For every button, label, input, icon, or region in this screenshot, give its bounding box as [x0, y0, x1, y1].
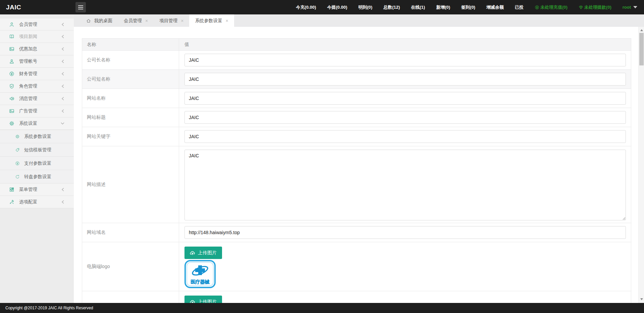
tab-close-icon[interactable]: ×: [225, 18, 228, 23]
sidebar-item-项目新闻[interactable]: 项目新闻: [0, 31, 74, 43]
upload-image-button[interactable]: 上传图片: [184, 247, 222, 259]
vertical-scrollbar[interactable]: [638, 27, 644, 303]
sidebar-item-优惠加息[interactable]: 优惠加息: [0, 43, 74, 55]
sidebar-item-label: 角色管理: [19, 83, 37, 89]
setting-value-cell: [179, 51, 631, 69]
sidebar-item-角色管理[interactable]: 角色管理: [0, 80, 74, 93]
setting-name: 网站名称: [82, 89, 179, 108]
gem-icon: [579, 5, 583, 10]
scroll-up-button[interactable]: [639, 28, 644, 33]
sidebar-item-消息管理[interactable]: 消息管理: [0, 93, 74, 105]
sidebar-subitem-短信模板管理[interactable]: 短信模板管理: [0, 143, 74, 157]
chevron-left-icon: [61, 60, 64, 63]
sidebar-nav: 会员管理项目新闻优惠加息管理帐号财务管理角色管理消息管理广告管理系统设置系统参数…: [0, 14, 74, 208]
setting-input-网站标题[interactable]: [184, 111, 626, 124]
sidebar: 会员管理项目新闻优惠加息管理帐号财务管理角色管理消息管理广告管理系统设置系统参数…: [0, 14, 74, 303]
tab-项目管理[interactable]: 项目管理×: [154, 14, 189, 27]
setting-value-cell: [179, 70, 631, 89]
tab-会员管理[interactable]: 会员管理×: [118, 14, 154, 27]
setting-input-网站域名[interactable]: [184, 226, 626, 239]
sidebar-item-label: 会员管理: [19, 21, 37, 28]
upload-image-button[interactable]: 上传图片: [184, 296, 222, 303]
setting-value-cell: 上传图片 医疗器械: [179, 242, 631, 291]
setting-input-网站名称[interactable]: [184, 92, 626, 105]
setting-name: 网站域名: [82, 223, 179, 242]
upload-button-label: 上传图片: [198, 250, 217, 256]
setting-input-公司长名称[interactable]: [184, 54, 626, 66]
topbar-stat[interactable]: 签到(0): [461, 4, 475, 10]
user-menu[interactable]: root: [623, 5, 637, 10]
chevron-left-icon: [61, 109, 64, 113]
chevron-down-icon: [61, 122, 64, 125]
setting-name: [82, 291, 179, 303]
tab-系统参数设置[interactable]: 系统参数设置×: [189, 14, 234, 27]
svg-text:医疗器械: 医疗器械: [191, 279, 210, 284]
sidebar-item-管理帐号[interactable]: 管理帐号: [0, 55, 74, 68]
table-row-网站名称: 网站名称: [82, 89, 631, 108]
scrollbar-thumb[interactable]: [639, 33, 644, 65]
cloud-upload-icon: [190, 299, 195, 303]
home-icon: [86, 18, 91, 23]
topbar-stat[interactable]: 新增(0): [436, 4, 450, 10]
sidebar-item-label: 消息管理: [19, 96, 37, 102]
sidebar-subitem-系统参数设置[interactable]: 系统参数设置: [0, 130, 74, 143]
table-row-网站关键字: 网站关键字: [82, 127, 631, 146]
topbar-stat[interactable]: 今提(0.00): [327, 4, 347, 10]
tab-我的桌面[interactable]: 我的桌面: [80, 14, 118, 27]
table-row-网站描述: 网站描述: [82, 146, 631, 223]
table-row-网站标题: 网站标题: [82, 108, 631, 127]
tab-label: 系统参数设置: [195, 18, 222, 24]
sidebar-item-选项配置[interactable]: 选项配置: [0, 196, 74, 208]
shield-icon: [9, 84, 14, 89]
copyright-text: Copyright @2017-2019 JAIC All Rights Res…: [5, 306, 93, 310]
sidebar-item-label: 选项配置: [19, 199, 37, 205]
sidebar-subitem-label: 短信模板管理: [24, 147, 51, 153]
chevron-left-icon: [61, 97, 64, 101]
setting-input-公司短名称[interactable]: [184, 73, 626, 86]
sidebar-item-label: 项目新闻: [19, 34, 37, 40]
grid-icon: [9, 187, 14, 192]
sidebar-item-label: 优惠加息: [19, 46, 37, 52]
tab-label: 项目管理: [159, 18, 177, 24]
caret-down-icon: [633, 6, 637, 8]
yen-circle-icon: [9, 71, 14, 76]
topbar-stat[interactable]: 增减余额: [486, 4, 504, 10]
topbar-alert-label: 未处理提款(0): [584, 4, 611, 10]
topbar-alert[interactable]: 未处理充值(0): [535, 4, 568, 10]
column-header-name: 名称: [82, 39, 179, 50]
sidebar-item-系统设置[interactable]: 系统设置: [0, 117, 74, 130]
topbar-alert[interactable]: 未处理提款(0): [579, 4, 611, 10]
setting-value-cell: [179, 89, 631, 108]
setting-textarea-网站描述[interactable]: [184, 150, 626, 220]
sidebar-item-广告管理[interactable]: 广告管理: [0, 105, 74, 117]
sidebar-item-会员管理[interactable]: 会员管理: [0, 18, 74, 31]
topbar-alert-label: 未处理充值(0): [540, 4, 568, 10]
sidebar-item-菜单管理[interactable]: 菜单管理: [0, 184, 74, 196]
table-row-电脑端logo: 电脑端logo上传图片 医疗器械: [82, 242, 631, 291]
topbar-stat[interactable]: 已投: [515, 4, 524, 10]
pc-logo-preview-image[interactable]: 医疗器械: [184, 260, 216, 289]
topbar-stat[interactable]: 总数(12): [383, 4, 400, 10]
table-row-公司短名称: 公司短名称: [82, 70, 631, 89]
setting-name: 电脑端logo: [82, 242, 179, 291]
tag-icon: [15, 148, 20, 152]
chevron-left-icon: [61, 47, 64, 51]
refresh-icon: [15, 174, 20, 179]
sidebar-item-财务管理[interactable]: 财务管理: [0, 68, 74, 80]
tab-close-icon[interactable]: ×: [181, 18, 183, 23]
sidebar-item-label: 广告管理: [19, 108, 37, 114]
topbar-stat[interactable]: 明到(0): [358, 4, 372, 10]
scroll-down-button[interactable]: [639, 297, 644, 302]
setting-input-网站关键字[interactable]: [184, 130, 626, 143]
tab-close-icon[interactable]: ×: [145, 18, 148, 23]
tools-icon: [9, 199, 14, 205]
topbar-stat[interactable]: 在线(1): [411, 4, 425, 10]
sidebar-subitem-转盘参数设置[interactable]: 转盘参数设置: [0, 170, 74, 184]
topbar-stat[interactable]: 今充(0.00): [296, 4, 316, 10]
sidebar-subitem-label: 支付参数设置: [24, 160, 51, 166]
setting-name: 公司短名称: [82, 70, 179, 89]
setting-name: 公司长名称: [82, 51, 179, 69]
sidebar-subitem-支付参数设置[interactable]: 支付参数设置: [0, 157, 74, 170]
image-icon: [9, 46, 14, 52]
sidebar-toggle-button[interactable]: [75, 2, 86, 12]
